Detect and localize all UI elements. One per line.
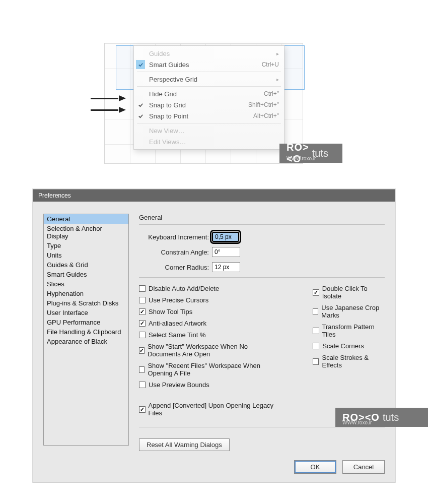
menu-item-label: Smart Guides [149,61,262,69]
menu-separator [137,86,281,87]
section-item[interactable]: Selection & Anchor Display [44,224,128,241]
submenu-indicator-icon: ▸ [276,77,279,82]
annotation-arrow-icon [91,107,126,112]
keyboard-increment-input[interactable] [212,232,239,242]
checkbox-label: Disable Auto Add/Delete [149,285,219,292]
checkbox-option[interactable]: Scale Strokes & Effects [313,354,385,369]
preferences-dialog: Preferences GeneralSelection & Anchor Di… [33,189,395,482]
checkbox-label: Select Same Tint % [149,331,205,339]
check-icon [136,111,145,120]
checkbox-icon [313,328,319,334]
hotkey-label: Ctrl+" [264,90,279,97]
checkbox-icon [139,297,146,303]
divider [139,277,385,278]
menu-guides[interactable]: Guides ▸ [134,48,284,59]
checkbox-label: Show "Recent Files" Workspace When Openi… [148,362,282,377]
check-icon [136,60,145,69]
field-label: Keyboard Increment: [139,233,212,241]
checkbox-option[interactable]: Transform Pattern Tiles [313,323,385,338]
section-item[interactable]: Slices [44,279,128,289]
menu-item-label: Snap to Grid [149,101,248,109]
checkbox-icon [139,406,146,413]
section-item[interactable]: Guides & Grid [44,260,128,270]
section-item[interactable]: Smart Guides [44,270,128,279]
checkbox-option[interactable]: Show Tool Tips [139,308,282,316]
checkbox-icon [139,366,145,373]
checkbox-icon [139,320,146,327]
section-item[interactable]: Plug-ins & Scratch Disks [44,298,128,308]
checkbox-icon [313,358,319,365]
constrain-angle-input[interactable] [212,247,240,257]
section-item[interactable]: Appearance of Black [44,337,128,346]
dialog-title: Preferences [33,190,395,202]
section-item[interactable]: GPU Performance [44,318,128,327]
checkbox-label: Show Tool Tips [149,308,192,316]
checkbox-label: Use Precise Cursors [149,296,208,304]
check-icon [136,100,145,109]
menu-snap-to-grid[interactable]: Snap to Grid Shift+Ctrl+" [134,99,284,110]
menu-snap-to-point[interactable]: Snap to Point Alt+Ctrl+" [134,110,284,121]
checkbox-icon [313,343,319,349]
menu-perspective-grid[interactable]: Perspective Grid ▸ [134,74,284,85]
field-label: Constrain Angle: [139,248,212,256]
preferences-panel: General Keyboard Increment: Constrain An… [139,214,385,451]
checkbox-option[interactable]: Show "Recent Files" Workspace When Openi… [139,362,282,377]
panel-heading: General [139,214,385,221]
checkbox-option[interactable]: Anti-aliased Artwork [139,320,282,327]
ok-button[interactable]: OK [294,460,336,474]
brand-url: WWW.roxo.ir [287,156,316,161]
brand-suffix: tuts [383,412,399,423]
corner-radius-input[interactable] [212,262,240,272]
watermark: RO><O tuts WWW.roxo.ir [335,408,428,427]
watermark: RO><O tuts WWW.roxo.ir [279,144,342,163]
section-item[interactable]: Type [44,241,128,250]
checkbox-option[interactable]: Disable Auto Add/Delete [139,285,282,292]
hotkey-label: Ctrl+U [262,61,279,68]
checkbox-option[interactable]: Use Japanese Crop Marks [313,304,385,319]
section-item[interactable]: Hyphenation [44,289,128,298]
menu-smart-guides[interactable]: Smart Guides Ctrl+U [134,59,284,70]
menu-edit-views[interactable]: Edit Views… [134,136,284,147]
section-item[interactable]: General [44,214,128,224]
menu-new-view[interactable]: New View… [134,125,284,136]
hotkey-label: Shift+Ctrl+" [248,101,279,108]
brand-url: WWW.roxo.ir [342,420,372,425]
hotkey-label: Alt+Ctrl+" [253,112,279,119]
checkbox-icon [313,308,318,315]
checkbox-option[interactable]: Use Precise Cursors [139,296,282,304]
checkbox-label: Scale Corners [322,342,364,350]
checkbox-area: Disable Auto Add/DeleteUse Precise Curso… [139,285,385,417]
checkbox-label: Append [Converted] Upon Opening Legacy F… [149,402,283,417]
checkbox-icon [313,289,319,296]
menu-item-label: Snap to Point [149,112,253,120]
checkbox-label: Anti-aliased Artwork [149,320,206,327]
corner-radius-row: Corner Radius: [139,262,385,272]
brand-logo: RO><O [287,142,309,165]
cancel-button[interactable]: Cancel [342,460,385,474]
constrain-angle-row: Constrain Angle: [139,247,385,257]
divider [139,427,385,427]
checkbox-icon [139,308,146,315]
view-menu: Guides ▸ Smart Guides Ctrl+U Perspective… [133,45,284,150]
preferences-section-list[interactable]: GeneralSelection & Anchor DisplayTypeUni… [43,214,129,446]
keyboard-increment-row: Keyboard Increment: [139,232,385,242]
reset-warnings-button[interactable]: Reset All Warning Dialogs [139,438,230,451]
checkbox-option[interactable]: Select Same Tint % [139,331,282,339]
section-item[interactable]: Units [44,250,128,260]
checkbox-label: Use Preview Bounds [149,381,209,389]
section-item[interactable]: File Handling & Clipboard [44,327,128,337]
checkbox-icon [139,285,146,292]
checkbox-option[interactable]: Append [Converted] Upon Opening Legacy F… [139,402,282,417]
checkbox-icon [139,332,146,338]
checkbox-option[interactable]: Scale Corners [313,342,385,350]
checkbox-option[interactable]: Show "Start" Workspace When No Documents… [139,343,282,358]
checkbox-label: Use Japanese Crop Marks [321,304,385,319]
checkbox-option[interactable]: Use Preview Bounds [139,381,282,389]
menu-hide-grid[interactable]: Hide Grid Ctrl+" [134,88,284,99]
checkbox-label: Scale Strokes & Effects [322,354,385,369]
menu-item-label: Hide Grid [149,90,264,98]
section-item[interactable]: User Interface [44,308,128,318]
checkbox-option[interactable]: Double Click To Isolate [313,285,385,300]
submenu-indicator-icon: ▸ [276,51,279,56]
field-label: Corner Radius: [139,264,212,271]
